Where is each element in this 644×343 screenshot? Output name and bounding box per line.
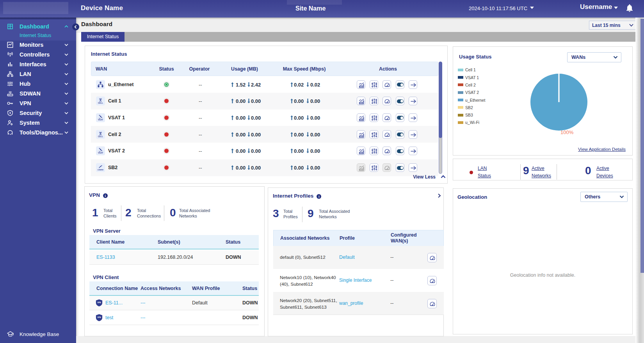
svg-text:VPN: VPN — [97, 316, 101, 318]
svg-text:CELL: CELL — [98, 135, 103, 138]
svg-text:VSAT: VSAT — [98, 118, 103, 121]
svg-text:VSAT: VSAT — [98, 152, 103, 154]
svg-text:VPN: VPN — [97, 302, 101, 304]
svg-text:LBAND: LBAND — [98, 169, 103, 171]
svg-text:CELL: CELL — [98, 102, 103, 104]
